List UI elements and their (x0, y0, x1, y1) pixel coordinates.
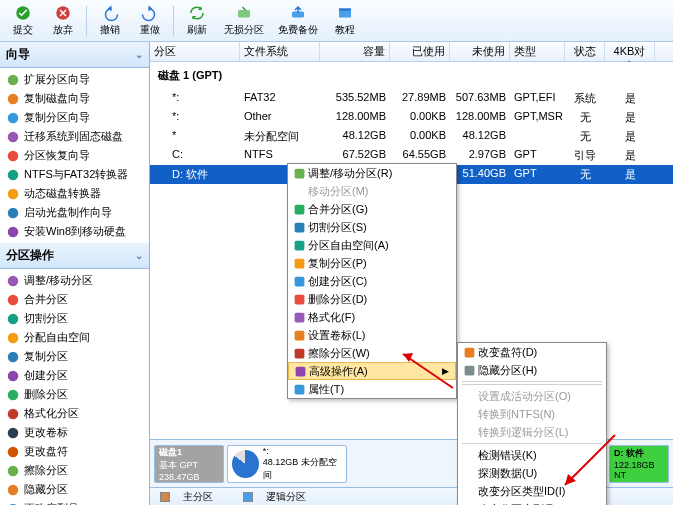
partition-context-menu[interactable]: 调整/移动分区(R) 移动分区(M) 合并分区(G) 切割分区(S) 分区自由空… (287, 163, 457, 399)
ops-list: 调整/移动分区合并分区切割分区分配自由空间复制分区创建分区删除分区格式化分区更改… (0, 269, 149, 505)
wizard-panel-header[interactable]: 向导⌄ (0, 42, 149, 68)
menu-icon (290, 221, 308, 234)
advanced-submenu[interactable]: 改变盘符(D) 隐藏分区(H) 设置成活动分区(O) 转换到NTFS(N) 转换… (457, 342, 607, 505)
ops-icon (6, 464, 20, 478)
unallocated-block[interactable]: *:48.12GB 未分配空间 (227, 445, 347, 483)
undo-button[interactable]: 撤销 (91, 2, 129, 39)
wizard-icon (6, 92, 20, 106)
menu-item[interactable]: 隐藏分区(H) (458, 361, 606, 379)
selected-partition-block[interactable]: D: 软件 122.18GB NT (609, 445, 669, 483)
svg-point-11 (8, 169, 19, 180)
menu-item-label: 分区自由空间(A) (308, 238, 389, 253)
wizard-item[interactable]: 启动光盘制作向导 (0, 203, 149, 222)
menu-item[interactable]: 改变分区序列号(M) (458, 500, 606, 505)
ops-item[interactable]: 调整/移动分区 (0, 271, 149, 290)
ops-icon (6, 502, 20, 506)
menu-item[interactable]: 删除分区(D) (288, 290, 456, 308)
ops-item[interactable]: 更改卷标 (0, 423, 149, 442)
menu-item[interactable]: 分区自由空间(A) (288, 236, 456, 254)
wizard-icon (6, 168, 20, 182)
ops-item[interactable]: 格式化分区 (0, 404, 149, 423)
partition-row[interactable]: * 未分配空间 48.12GB 0.00KB 48.12GB 无 是 (150, 127, 673, 146)
wizard-item[interactable]: 动态磁盘转换器 (0, 184, 149, 203)
wizard-icon (6, 206, 20, 220)
ops-item[interactable]: 复制分区 (0, 347, 149, 366)
collapse-icon[interactable]: ⌄ (135, 49, 143, 60)
ops-item-label: 合并分区 (24, 292, 68, 307)
menu-item[interactable]: 改变盘符(D) (458, 343, 606, 361)
ops-item[interactable]: 隐藏分区 (0, 480, 149, 499)
menu-item[interactable]: 属性(T) (288, 380, 456, 398)
menu-item: 移动分区(M) (288, 182, 456, 200)
tutorial-button[interactable]: 教程 (326, 2, 364, 39)
menu-item[interactable]: 合并分区(G) (288, 200, 456, 218)
svg-rect-37 (294, 348, 304, 358)
ops-icon (6, 483, 20, 497)
column-header[interactable]: 分区 (150, 42, 240, 61)
ops-item[interactable]: 擦除分区 (0, 461, 149, 480)
menu-item[interactable]: 检测错误(K) (458, 446, 606, 464)
ops-item[interactable]: 切割分区 (0, 309, 149, 328)
ops-item[interactable]: 合并分区 (0, 290, 149, 309)
menu-item[interactable]: 高级操作(A) ▶ (288, 362, 456, 380)
disk-card[interactable]: 磁盘1 基本 GPT 238.47GB (154, 445, 224, 483)
redo-button[interactable]: 重做 (131, 2, 169, 39)
ops-icon (6, 369, 20, 383)
ops-item[interactable]: 更改序列号 (0, 499, 149, 505)
svg-rect-32 (294, 258, 304, 268)
collapse-icon[interactable]: ⌄ (135, 250, 143, 261)
wizard-item-label: 扩展分区向导 (24, 72, 90, 87)
column-header[interactable]: 4KB对齐 (605, 42, 655, 61)
svg-rect-33 (294, 276, 304, 286)
menu-item[interactable]: 复制分区(P) (288, 254, 456, 272)
wizard-item[interactable]: 分区恢复向导 (0, 146, 149, 165)
menu-item[interactable]: 格式化(F) (288, 308, 456, 326)
ops-panel-header[interactable]: 分区操作⌄ (0, 243, 149, 269)
submit-button[interactable]: 提交 (4, 2, 42, 39)
wizard-item-label: 动态磁盘转换器 (24, 186, 101, 201)
menu-item[interactable]: 创建分区(C) (288, 272, 456, 290)
column-header[interactable]: 状态 (565, 42, 605, 61)
svg-rect-29 (294, 204, 304, 214)
menu-item[interactable]: 调整/移动分区(R) (288, 164, 456, 182)
menu-item[interactable]: 切割分区(S) (288, 218, 456, 236)
disk-group-label[interactable]: 磁盘 1 (GPT) (150, 62, 673, 89)
menu-item-label: 探测数据(U) (478, 466, 537, 481)
menu-item[interactable]: 探测数据(U) (458, 464, 606, 482)
ops-item[interactable]: 删除分区 (0, 385, 149, 404)
discard-button[interactable]: 放弃 (44, 2, 82, 39)
menu-item[interactable]: 擦除分区(W) (288, 344, 456, 362)
backup-button[interactable]: 免费备份 (272, 2, 324, 39)
ops-icon (6, 293, 20, 307)
column-header[interactable]: 已使用 (390, 42, 450, 61)
ops-item[interactable]: 更改盘符 (0, 442, 149, 461)
column-header[interactable]: 类型 (510, 42, 565, 61)
svg-point-6 (8, 74, 19, 85)
column-header[interactable]: 文件系统 (240, 42, 320, 61)
ops-item[interactable]: 分配自由空间 (0, 328, 149, 347)
ops-icon (6, 312, 20, 326)
wizard-item[interactable]: 复制磁盘向导 (0, 89, 149, 108)
wipe-button[interactable]: 无损分区 (218, 2, 270, 39)
column-header[interactable]: 未使用 (450, 42, 510, 61)
ops-icon (6, 445, 20, 459)
svg-rect-2 (238, 10, 250, 18)
menu-item[interactable]: 改变分区类型ID(I) (458, 482, 606, 500)
refresh-button[interactable]: 刷新 (178, 2, 216, 39)
menu-item: 转换到逻辑分区(L) (458, 423, 606, 441)
wizard-item[interactable]: 迁移系统到固态磁盘 (0, 127, 149, 146)
wizard-icon (6, 225, 20, 239)
column-header[interactable]: 容量 (320, 42, 390, 61)
partition-row[interactable]: *: FAT32 535.52MB 27.89MB 507.63MB GPT,E… (150, 89, 673, 108)
ops-icon (6, 426, 20, 440)
wizard-item[interactable]: NTFS与FAT32转换器 (0, 165, 149, 184)
wizard-item[interactable]: 扩展分区向导 (0, 70, 149, 89)
wizard-item[interactable]: 复制分区向导 (0, 108, 149, 127)
svg-point-18 (8, 332, 19, 343)
svg-rect-35 (294, 312, 304, 322)
ops-item[interactable]: 创建分区 (0, 366, 149, 385)
menu-item[interactable]: 设置卷标(L) (288, 326, 456, 344)
partition-row[interactable]: *: Other 128.00MB 0.00KB 128.00MB GPT,MS… (150, 108, 673, 127)
wizard-item[interactable]: 安装Win8到移动硬盘 (0, 222, 149, 241)
grid-header: 分区文件系统容量已使用未使用类型状态4KB对齐 (150, 42, 673, 62)
